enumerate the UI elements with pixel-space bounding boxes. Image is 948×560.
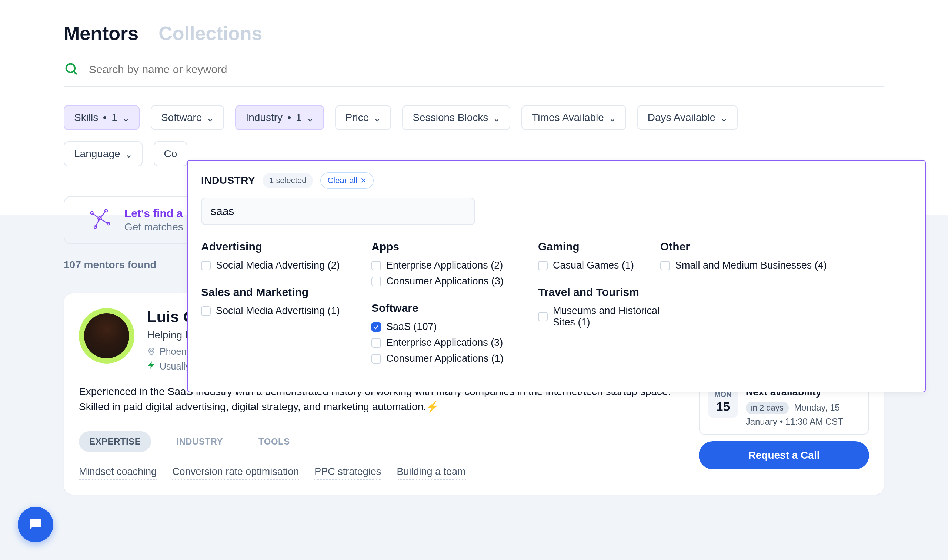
checkbox[interactable]: [538, 312, 548, 322]
dropdown-title: INDUSTRY: [201, 175, 255, 186]
filter-label: Days Available: [648, 112, 715, 123]
tab-collections[interactable]: Collections: [159, 22, 262, 45]
chevron-down-icon: [207, 114, 214, 121]
promo-title: Let's find a: [124, 207, 183, 220]
industry-option[interactable]: Consumer Applications (1): [371, 351, 538, 366]
svg-line-9: [100, 218, 108, 224]
group-software: Software: [371, 302, 538, 314]
pin-icon: [147, 347, 156, 356]
chevron-down-icon: [374, 114, 381, 121]
chevron-down-icon: [307, 114, 313, 121]
svg-line-8: [100, 211, 106, 218]
industry-option-saas[interactable]: SaaS (107): [371, 319, 538, 335]
group-other: Other: [660, 240, 912, 253]
checkbox-checked[interactable]: [371, 322, 381, 332]
chevron-down-icon: [609, 114, 616, 121]
industry-dropdown: INDUSTRY 1 selected Clear all ✕ Advertis…: [187, 160, 926, 392]
filter-label: Sessions Blocks: [412, 112, 488, 123]
mentor-tab-industry[interactable]: INDUSTRY: [166, 431, 233, 452]
filter-software[interactable]: Software: [151, 105, 224, 130]
mentor-tab-expertise[interactable]: EXPERTISE: [79, 431, 151, 452]
filter-times[interactable]: Times Available: [521, 105, 626, 130]
checkbox[interactable]: [538, 261, 548, 271]
filter-label: Skills: [74, 112, 98, 123]
svg-line-10: [95, 218, 100, 227]
clear-all-label: Clear all: [327, 176, 357, 185]
chevron-down-icon: [721, 114, 727, 121]
checkbox[interactable]: [371, 277, 381, 286]
clear-all-button[interactable]: Clear all ✕: [320, 172, 374, 189]
promo-sub: Get matches: [124, 221, 183, 233]
filter-label: Co: [164, 148, 178, 160]
filter-label: Price: [346, 112, 369, 123]
industry-option[interactable]: Museums and Historical Sites (1): [538, 303, 660, 330]
availability-day: 15: [714, 400, 732, 414]
industry-option[interactable]: Social Media Advertising (1): [201, 303, 371, 319]
industry-option[interactable]: Casual Games (1): [538, 257, 660, 273]
industry-option[interactable]: Social Media Advertising (2): [201, 257, 371, 273]
chat-icon: [27, 515, 45, 533]
group-apps: Apps: [371, 240, 538, 253]
svg-line-1: [74, 72, 77, 75]
filter-count: 1: [296, 112, 302, 123]
chevron-down-icon: [125, 151, 132, 157]
checkbox[interactable]: [201, 306, 211, 316]
svg-point-0: [66, 64, 75, 72]
dot-icon: [103, 116, 106, 119]
filter-label: Software: [161, 112, 202, 123]
filter-industry[interactable]: Industry 1: [235, 105, 324, 130]
availability-tz: January • 11:30 AM CST: [746, 417, 860, 427]
expertise-tag[interactable]: Building a team: [397, 466, 465, 480]
filter-label: Language: [74, 148, 120, 160]
chevron-down-icon: [123, 114, 129, 121]
bolt-icon: [147, 361, 156, 372]
group-advertising: Advertising: [201, 240, 371, 253]
mentor-tab-tools[interactable]: TOOLS: [248, 431, 300, 452]
request-call-button[interactable]: Request a Call: [699, 441, 869, 469]
chevron-down-icon: [493, 114, 500, 121]
industry-search-input[interactable]: [201, 197, 475, 225]
expertise-tag[interactable]: PPC strategies: [314, 466, 381, 480]
filter-price[interactable]: Price: [335, 105, 391, 130]
dot-icon: [288, 116, 291, 119]
search-input[interactable]: [89, 63, 884, 76]
checkbox[interactable]: [660, 261, 670, 271]
expertise-tag[interactable]: Mindset coaching: [79, 466, 157, 480]
filter-label: Industry: [245, 112, 283, 123]
filter-skills[interactable]: Skills 1: [64, 105, 140, 130]
availability-date: Monday, 15: [794, 402, 840, 412]
search-icon: [64, 62, 79, 78]
group-sales: Sales and Marketing: [201, 286, 371, 298]
availability-chip: in 2 days: [746, 402, 789, 414]
svg-point-11: [151, 349, 153, 351]
checkbox[interactable]: [371, 261, 381, 271]
group-gaming: Gaming: [538, 240, 660, 253]
filter-language[interactable]: Language: [64, 141, 142, 166]
checkbox[interactable]: [201, 261, 211, 271]
industry-option[interactable]: Enterprise Applications (2): [371, 257, 538, 273]
filter-label: Times Available: [532, 112, 604, 123]
avatar[interactable]: [79, 308, 134, 364]
svg-line-7: [92, 213, 100, 218]
group-travel: Travel and Tourism: [538, 286, 660, 298]
industry-option[interactable]: Consumer Applications (3): [371, 273, 538, 289]
network-icon: [86, 206, 113, 234]
checkbox[interactable]: [371, 338, 381, 348]
chat-fab[interactable]: [18, 507, 53, 542]
industry-option[interactable]: Enterprise Applications (3): [371, 335, 538, 351]
checkbox[interactable]: [371, 354, 381, 364]
dropdown-selected-badge: 1 selected: [262, 173, 313, 188]
close-icon: ✕: [360, 176, 367, 185]
filter-count: 1: [111, 112, 117, 123]
filter-days[interactable]: Days Available: [637, 105, 738, 130]
filter-country[interactable]: Co: [154, 141, 188, 166]
tab-mentors[interactable]: Mentors: [64, 22, 139, 45]
filter-sessions[interactable]: Sessions Blocks: [402, 105, 510, 130]
expertise-tag[interactable]: Conversion rate optimisation: [172, 466, 299, 480]
industry-option[interactable]: Small and Medium Businesses (4): [660, 257, 912, 273]
